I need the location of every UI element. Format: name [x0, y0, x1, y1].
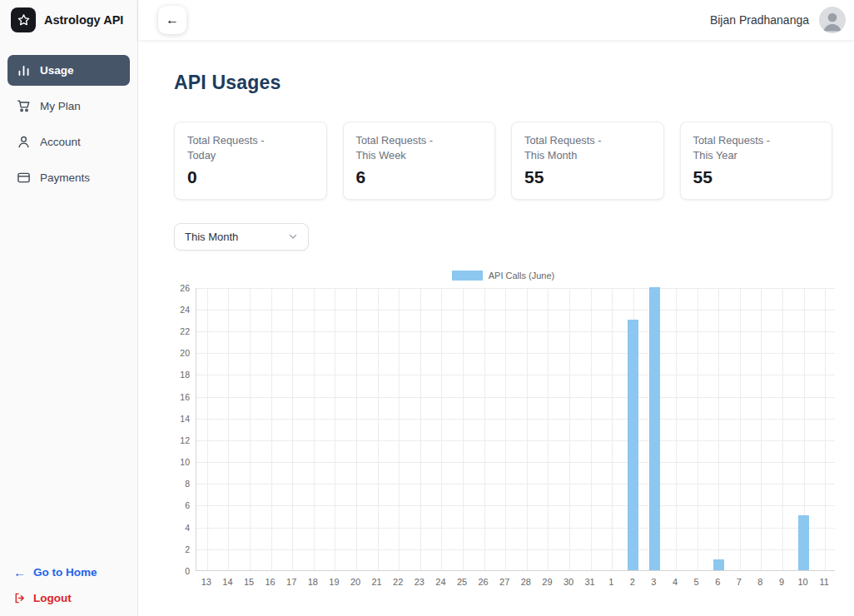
v-gridline: [698, 288, 698, 570]
chevron-down-icon: [288, 231, 298, 241]
brand[interactable]: Astrology API: [0, 0, 137, 40]
sidebar-item-usage[interactable]: Usage: [7, 55, 130, 86]
x-tick-label: 28: [521, 577, 531, 587]
logout-icon: [13, 592, 26, 604]
x-tick-label: 7: [737, 577, 742, 587]
stat-card-label: Total Requests -This Year: [693, 133, 820, 163]
x-tick-label: 31: [584, 577, 594, 587]
v-gridline: [569, 288, 570, 570]
v-gridline: [228, 288, 229, 570]
v-gridline: [356, 288, 357, 570]
x-tick-label: 10: [797, 577, 807, 587]
chart-bar-3[interactable]: [649, 287, 660, 570]
sidebar-item-account[interactable]: Account: [7, 127, 130, 157]
stat-card: Total Requests -This Month55: [511, 122, 664, 200]
y-tick-label: 8: [185, 479, 190, 489]
x-tick-label: 2: [630, 577, 635, 587]
user-area: Bijan Pradhananga: [710, 7, 846, 33]
y-tick-label: 22: [180, 326, 190, 336]
stat-card-label: Total Requests -This Month: [524, 133, 651, 163]
x-tick-label: 17: [286, 577, 296, 587]
v-gridline: [676, 288, 677, 570]
chart-bar-2[interactable]: [628, 320, 638, 570]
y-tick-label: 26: [180, 283, 190, 293]
stat-card-value: 55: [693, 167, 820, 187]
left-arrow-icon: ←: [13, 566, 26, 579]
x-tick-label: 16: [265, 577, 275, 587]
legend-label: API Calls (June): [489, 271, 554, 281]
x-tick-label: 22: [393, 577, 403, 587]
y-tick-label: 2: [185, 544, 190, 554]
period-select[interactable]: This Month: [174, 223, 309, 251]
x-tick-label: 30: [564, 577, 573, 587]
avatar[interactable]: [819, 7, 846, 33]
y-tick-label: 16: [180, 392, 190, 402]
v-gridline: [378, 288, 379, 570]
x-tick-label: 26: [478, 577, 488, 587]
stat-card: Total Requests -Today0: [174, 122, 327, 200]
period-select-value: This Month: [185, 231, 238, 243]
v-gridline: [335, 288, 335, 570]
v-gridline: [463, 288, 464, 570]
x-tick-label: 13: [201, 577, 211, 587]
v-gridline: [591, 288, 592, 570]
x-tick-label: 1: [608, 577, 613, 587]
v-gridline: [718, 288, 719, 570]
sidebar-nav: UsageMy PlanAccountPayments: [0, 55, 137, 193]
chart-bar-6[interactable]: [713, 559, 724, 570]
main-content: API Usages Total Requests -Today0Total R…: [138, 40, 854, 616]
x-tick-label: 23: [415, 577, 425, 587]
y-tick-label: 6: [185, 500, 190, 510]
x-tick-label: 25: [457, 577, 467, 587]
back-arrow-icon: ←: [166, 12, 179, 27]
v-gridline: [207, 288, 208, 570]
x-tick-label: 24: [435, 577, 445, 587]
v-gridline: [782, 288, 783, 570]
y-tick-label: 24: [180, 305, 190, 315]
v-gridline: [825, 288, 826, 570]
stat-card-value: 6: [356, 167, 483, 187]
x-tick-label: 3: [651, 577, 656, 587]
go-to-home-label: Go to Home: [33, 566, 97, 579]
x-tick-label: 21: [371, 577, 381, 587]
chart-legend[interactable]: API Calls (June): [174, 271, 832, 281]
v-gridline: [527, 288, 528, 570]
logout-link[interactable]: Logout: [0, 585, 137, 611]
y-tick-label: 10: [180, 457, 190, 467]
star-logo-icon: [11, 7, 36, 32]
x-tick-label: 14: [222, 577, 232, 587]
x-tick-label: 19: [329, 577, 339, 587]
sidebar-item-payments[interactable]: Payments: [7, 162, 130, 193]
back-button[interactable]: ←: [158, 6, 186, 34]
sidebar-item-label: My Plan: [40, 100, 81, 112]
v-gridline: [441, 288, 442, 570]
sidebar-footer: ← Go to Home Logout: [0, 559, 137, 616]
y-tick-label: 20: [180, 348, 190, 358]
v-gridline: [399, 288, 400, 570]
x-tick-label: 18: [308, 577, 318, 587]
y-tick-label: 14: [180, 414, 190, 424]
v-gridline: [314, 288, 315, 570]
x-axis: 1314151617181920212223242526272829303112…: [196, 571, 835, 591]
x-tick-label: 9: [779, 577, 784, 587]
x-tick-label: 4: [673, 577, 678, 587]
y-tick-label: 18: [180, 370, 190, 380]
sidebar-item-my-plan[interactable]: My Plan: [7, 91, 130, 122]
v-gridline: [271, 288, 272, 570]
chart-area: 02468101214161820222426 1314151617181920…: [174, 288, 832, 591]
chart-bar-10[interactable]: [798, 515, 809, 569]
v-gridline: [612, 288, 613, 570]
sidebar-item-label: Usage: [40, 64, 74, 77]
sidebar-item-label: Payments: [40, 171, 90, 184]
stats-row: Total Requests -Today0Total Requests -Th…: [174, 122, 832, 200]
sidebar: Astrology API UsageMy PlanAccountPayment…: [0, 0, 138, 616]
y-axis: 02468101214161820222426: [174, 288, 196, 571]
v-gridline: [761, 288, 762, 570]
sidebar-item-label: Account: [40, 136, 81, 148]
y-tick-label: 4: [185, 523, 190, 533]
user-silhouette-icon: [819, 7, 846, 33]
y-tick-label: 12: [180, 435, 190, 445]
legend-swatch: [452, 271, 483, 281]
page-title: API Usages: [174, 72, 832, 94]
go-to-home-link[interactable]: ← Go to Home: [0, 559, 137, 585]
